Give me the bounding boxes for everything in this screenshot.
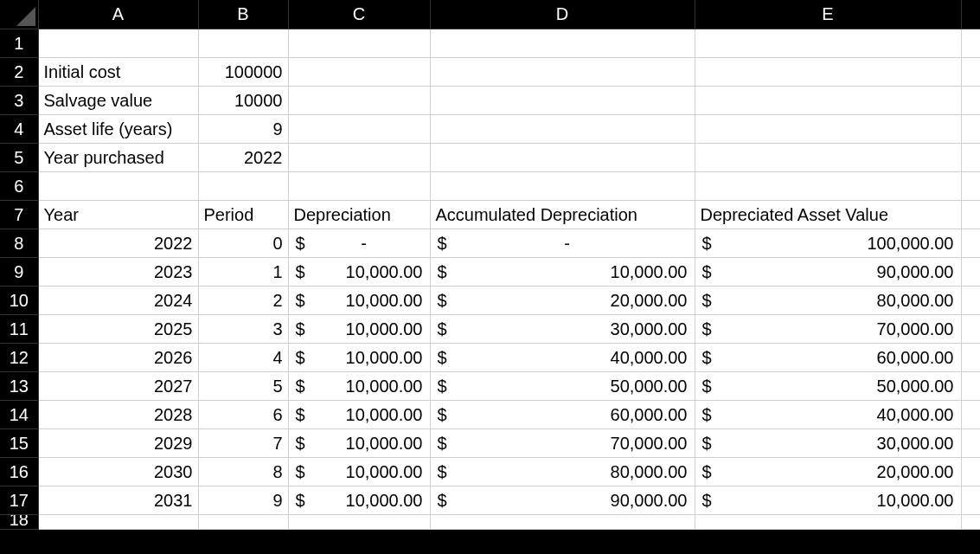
cell-E4[interactable] <box>695 115 961 144</box>
cell-F17[interactable] <box>961 486 980 515</box>
cell-C3[interactable] <box>288 87 430 115</box>
cell-C5[interactable] <box>288 144 430 172</box>
row-head-6[interactable]: 6 <box>0 172 38 201</box>
cell-D12[interactable]: $40,000.00 <box>430 344 695 372</box>
cell-B5[interactable]: 2022 <box>198 144 288 172</box>
cell-C9[interactable]: $10,000.00 <box>288 258 430 287</box>
cell-C18[interactable] <box>288 515 430 530</box>
cell-A11[interactable]: 2025 <box>38 315 198 344</box>
cell-B15[interactable]: 7 <box>198 429 288 458</box>
cell-F18[interactable] <box>961 515 980 530</box>
cell-F11[interactable] <box>961 315 980 344</box>
row-head-13[interactable]: 13 <box>0 372 38 401</box>
col-head-A[interactable]: A <box>38 0 198 29</box>
cell-E9[interactable]: $90,000.00 <box>695 258 961 287</box>
cell-D5[interactable] <box>430 144 695 172</box>
row-head-12[interactable]: 12 <box>0 344 38 372</box>
cell-A3[interactable]: Salvage value <box>38 87 198 115</box>
cell-B11[interactable]: 3 <box>198 315 288 344</box>
cell-C16[interactable]: $10,000.00 <box>288 458 430 486</box>
cell-A15[interactable]: 2029 <box>38 429 198 458</box>
cell-E13[interactable]: $50,000.00 <box>695 372 961 401</box>
row-head-15[interactable]: 15 <box>0 429 38 458</box>
col-head-D[interactable]: D <box>430 0 695 29</box>
cell-D9[interactable]: $10,000.00 <box>430 258 695 287</box>
col-head-E[interactable]: E <box>695 0 961 29</box>
cell-E8[interactable]: $100,000.00 <box>695 229 961 258</box>
cell-A5[interactable]: Year purchased <box>38 144 198 172</box>
cell-B14[interactable]: 6 <box>198 401 288 429</box>
cell-A9[interactable]: 2023 <box>38 258 198 287</box>
cell-E17[interactable]: $10,000.00 <box>695 486 961 515</box>
cell-B16[interactable]: 8 <box>198 458 288 486</box>
spreadsheet-grid[interactable]: A B C D E 1 2 Initial cost 100000 <box>0 0 980 530</box>
cell-A1[interactable] <box>38 29 198 58</box>
col-head-B[interactable]: B <box>198 0 288 29</box>
cell-A17[interactable]: 2031 <box>38 486 198 515</box>
row-head-14[interactable]: 14 <box>0 401 38 429</box>
select-all-corner[interactable] <box>0 0 38 29</box>
cell-A2[interactable]: Initial cost <box>38 58 198 87</box>
row-head-17[interactable]: 17 <box>0 486 38 515</box>
cell-A7[interactable]: Year <box>38 201 198 229</box>
cell-A13[interactable]: 2027 <box>38 372 198 401</box>
col-head-F-sliver[interactable] <box>961 0 980 29</box>
cell-C8[interactable]: $- <box>288 229 430 258</box>
cell-F9[interactable] <box>961 258 980 287</box>
cell-F14[interactable] <box>961 401 980 429</box>
cell-F6[interactable] <box>961 172 980 201</box>
cell-E6[interactable] <box>695 172 961 201</box>
cell-A4[interactable]: Asset life (years) <box>38 115 198 144</box>
cell-C7[interactable]: Depreciation <box>288 201 430 229</box>
cell-D18[interactable] <box>430 515 695 530</box>
cell-E7[interactable]: Depreciated Asset Value <box>695 201 961 229</box>
cell-A12[interactable]: 2026 <box>38 344 198 372</box>
cell-A14[interactable]: 2028 <box>38 401 198 429</box>
cell-E11[interactable]: $70,000.00 <box>695 315 961 344</box>
row-head-9[interactable]: 9 <box>0 258 38 287</box>
row-head-1[interactable]: 1 <box>0 29 38 58</box>
cell-B1[interactable] <box>198 29 288 58</box>
cell-D8[interactable]: $- <box>430 229 695 258</box>
cell-E15[interactable]: $30,000.00 <box>695 429 961 458</box>
cell-E18[interactable] <box>695 515 961 530</box>
row-head-3[interactable]: 3 <box>0 87 38 115</box>
row-head-5[interactable]: 5 <box>0 144 38 172</box>
cell-A16[interactable]: 2030 <box>38 458 198 486</box>
cell-E16[interactable]: $20,000.00 <box>695 458 961 486</box>
cell-D1[interactable] <box>430 29 695 58</box>
cell-D3[interactable] <box>430 87 695 115</box>
cell-A10[interactable]: 2024 <box>38 287 198 315</box>
cell-F13[interactable] <box>961 372 980 401</box>
cell-D16[interactable]: $80,000.00 <box>430 458 695 486</box>
cell-B7[interactable]: Period <box>198 201 288 229</box>
cell-F8[interactable] <box>961 229 980 258</box>
cell-D14[interactable]: $60,000.00 <box>430 401 695 429</box>
cell-E10[interactable]: $80,000.00 <box>695 287 961 315</box>
cell-D7[interactable]: Accumulated Depreciation <box>430 201 695 229</box>
cell-C4[interactable] <box>288 115 430 144</box>
cell-B12[interactable]: 4 <box>198 344 288 372</box>
row-head-16[interactable]: 16 <box>0 458 38 486</box>
cell-D13[interactable]: $50,000.00 <box>430 372 695 401</box>
cell-F4[interactable] <box>961 115 980 144</box>
cell-B10[interactable]: 2 <box>198 287 288 315</box>
cell-F12[interactable] <box>961 344 980 372</box>
cell-D6[interactable] <box>430 172 695 201</box>
cell-C12[interactable]: $10,000.00 <box>288 344 430 372</box>
cell-E2[interactable] <box>695 58 961 87</box>
cell-E5[interactable] <box>695 144 961 172</box>
cell-B18[interactable] <box>198 515 288 530</box>
row-head-2[interactable]: 2 <box>0 58 38 87</box>
cell-E12[interactable]: $60,000.00 <box>695 344 961 372</box>
cell-C11[interactable]: $10,000.00 <box>288 315 430 344</box>
cell-A8[interactable]: 2022 <box>38 229 198 258</box>
cell-F5[interactable] <box>961 144 980 172</box>
cell-C13[interactable]: $10,000.00 <box>288 372 430 401</box>
cell-C10[interactable]: $10,000.00 <box>288 287 430 315</box>
cell-D17[interactable]: $90,000.00 <box>430 486 695 515</box>
cell-B3[interactable]: 10000 <box>198 87 288 115</box>
cell-D15[interactable]: $70,000.00 <box>430 429 695 458</box>
cell-D2[interactable] <box>430 58 695 87</box>
cell-C6[interactable] <box>288 172 430 201</box>
